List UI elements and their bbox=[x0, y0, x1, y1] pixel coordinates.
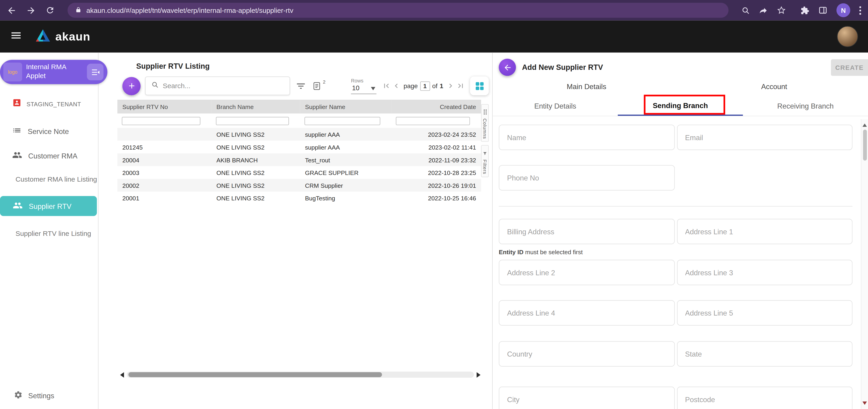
header-row: Supplier RTV No Branch Name Supplier Nam… bbox=[117, 99, 481, 113]
address-line-5-field[interactable] bbox=[677, 300, 852, 326]
sidebar-item-customer-rma-line-listing[interactable]: Customer RMA line Listing bbox=[16, 176, 98, 183]
cell-rtv-no: 20001 bbox=[117, 192, 212, 204]
tenant-row[interactable]: STAGING_TENANT bbox=[12, 98, 98, 110]
sidebar-item-supplier-rtv[interactable]: Supplier RTV bbox=[0, 196, 97, 216]
applet-switcher[interactable]: logo Internal RMA Applet bbox=[0, 60, 107, 84]
table-row[interactable]: 20003 ONE LIVING SS2 GRACE SUPPLIER 2022… bbox=[117, 166, 481, 179]
cell-supplier: BugTesting bbox=[300, 192, 392, 204]
address-line-1-field[interactable] bbox=[677, 219, 852, 244]
rows-per-page: Rows 10 bbox=[351, 78, 376, 94]
bookmark-star-icon[interactable] bbox=[777, 5, 786, 15]
column-header-created-date[interactable]: Created Date bbox=[392, 99, 481, 113]
browser-zoom-icon[interactable] bbox=[741, 6, 750, 14]
address-line-2-field[interactable] bbox=[499, 260, 675, 285]
state-field[interactable] bbox=[677, 341, 852, 367]
h-scroll-thumb[interactable] bbox=[128, 372, 382, 377]
list-icon bbox=[12, 126, 22, 137]
table-row[interactable]: ONE LIVING SS2 supplier AAA 2023-02-24 2… bbox=[117, 128, 481, 141]
filters-rail-label: Filters bbox=[482, 159, 488, 174]
email-field[interactable] bbox=[677, 124, 852, 150]
back-button[interactable] bbox=[499, 59, 516, 76]
table-row[interactable]: 20002 ONE LIVING SS2 CRM Supplier 2022-1… bbox=[117, 179, 481, 192]
tenant-name: STAGING_TENANT bbox=[27, 100, 81, 107]
first-page-button[interactable] bbox=[382, 82, 391, 90]
browser-back-button[interactable] bbox=[7, 5, 17, 16]
scroll-down-arrow[interactable] bbox=[863, 402, 867, 407]
settings-button[interactable]: Settings bbox=[14, 390, 98, 401]
settings-label: Settings bbox=[28, 391, 54, 400]
browser-menu-icon[interactable] bbox=[859, 6, 861, 14]
address-bar[interactable]: akaun.cloud/#/applet/tnt/wavelet/erp/int… bbox=[67, 3, 728, 18]
form-divider bbox=[499, 206, 852, 207]
sidebar: logo Internal RMA Applet STAGING_TENANT … bbox=[0, 53, 98, 409]
scroll-right-arrow[interactable] bbox=[476, 372, 483, 377]
share-icon[interactable] bbox=[759, 6, 768, 14]
browser-profile-avatar[interactable]: N bbox=[836, 3, 850, 17]
filter-input-created-date[interactable] bbox=[396, 117, 470, 125]
h-scroll-track[interactable] bbox=[127, 372, 474, 378]
column-header-supplier-name[interactable]: Supplier Name bbox=[300, 99, 392, 113]
extensions-icon[interactable] bbox=[801, 6, 809, 14]
cell-rtv-no bbox=[117, 128, 212, 141]
tab-account[interactable]: Account bbox=[680, 78, 868, 96]
cell-branch: ONE LIVING SS2 bbox=[212, 192, 300, 204]
subtab-receiving-branch[interactable]: Receiving Branch bbox=[743, 96, 868, 116]
country-field[interactable] bbox=[499, 341, 675, 367]
next-page-button[interactable] bbox=[446, 82, 455, 90]
v-scroll-thumb[interactable] bbox=[863, 129, 867, 160]
hamburger-icon[interactable] bbox=[10, 29, 22, 44]
address-line-3-field[interactable] bbox=[677, 260, 852, 285]
brand-logo[interactable]: akaun bbox=[35, 29, 90, 45]
sidebar-item-customer-rma[interactable]: Customer RMA bbox=[12, 150, 98, 162]
add-button[interactable] bbox=[122, 77, 141, 95]
filter-list-icon[interactable] bbox=[296, 81, 306, 91]
page-indicator: page 1 of 1 bbox=[404, 81, 443, 90]
prev-page-button[interactable] bbox=[392, 82, 401, 90]
side-panel-icon[interactable] bbox=[818, 5, 828, 15]
filter-input-supplier-rtv-no[interactable] bbox=[122, 117, 200, 125]
column-header-supplier-rtv-no[interactable]: Supplier RTV No bbox=[117, 99, 212, 113]
tab-main-details[interactable]: Main Details bbox=[493, 78, 680, 96]
last-page-button[interactable] bbox=[456, 82, 465, 90]
menu-open-icon bbox=[90, 67, 100, 77]
subtab-sending-branch[interactable]: Sending Branch bbox=[618, 96, 743, 116]
detail-panel: Add New Supplier RTV CREATE Main Details… bbox=[493, 53, 868, 409]
column-header-branch-name[interactable]: Branch Name bbox=[212, 99, 300, 113]
table-row[interactable]: 201245 ONE LIVING SS2 supplier AAA 2023-… bbox=[117, 141, 481, 153]
caret-down-icon bbox=[371, 87, 375, 92]
search-box bbox=[145, 77, 290, 95]
column-config-button[interactable]: 2 bbox=[312, 81, 322, 91]
sidebar-collapse-button[interactable] bbox=[87, 64, 104, 80]
create-button[interactable]: CREATE bbox=[831, 59, 868, 76]
billing-address-field[interactable] bbox=[499, 219, 675, 244]
filter-input-branch-name[interactable] bbox=[216, 117, 289, 125]
cell-supplier: supplier AAA bbox=[300, 141, 392, 153]
browser-forward-button[interactable] bbox=[26, 5, 36, 16]
phone-field[interactable] bbox=[499, 165, 675, 191]
name-field[interactable] bbox=[499, 124, 675, 150]
listing-toolbar: 2 Rows 10 page 1 bbox=[117, 75, 489, 96]
postcode-field[interactable] bbox=[677, 386, 852, 409]
filter-input-supplier-name[interactable] bbox=[305, 117, 380, 125]
scroll-left-arrow[interactable] bbox=[117, 372, 124, 377]
rows-select[interactable]: 10 bbox=[351, 83, 376, 94]
sidebar-item-supplier-rtv-line-listing[interactable]: Supplier RTV line Listing bbox=[16, 230, 98, 238]
columns-rail-tab[interactable]: Columns bbox=[481, 104, 489, 142]
subtab-entity-details[interactable]: Entity Details bbox=[493, 96, 618, 116]
vertical-scrollbar bbox=[861, 119, 868, 409]
cell-created: 2022-10-28 23:25 bbox=[392, 166, 481, 179]
table-row[interactable]: 20004 AKIB BRANCH Test_rout 2022-11-09 2… bbox=[117, 153, 481, 166]
city-field[interactable] bbox=[499, 386, 675, 409]
sidebar-item-service-note[interactable]: Service Note bbox=[12, 126, 98, 137]
address-line-4-field[interactable] bbox=[499, 300, 675, 326]
sidebar-item-label: Supplier RTV bbox=[29, 202, 71, 210]
scroll-up-arrow[interactable] bbox=[863, 121, 867, 127]
search-input[interactable] bbox=[163, 82, 284, 90]
browser-reload-button[interactable] bbox=[45, 5, 55, 15]
lock-icon bbox=[75, 6, 82, 14]
grid-view-button[interactable] bbox=[470, 77, 489, 95]
user-avatar[interactable] bbox=[837, 26, 858, 47]
filters-rail-tab[interactable]: Filters bbox=[481, 145, 489, 177]
cell-rtv-no: 20003 bbox=[117, 166, 212, 179]
table-row[interactable]: 20001 ONE LIVING SS2 BugTesting 2022-10-… bbox=[117, 192, 481, 204]
